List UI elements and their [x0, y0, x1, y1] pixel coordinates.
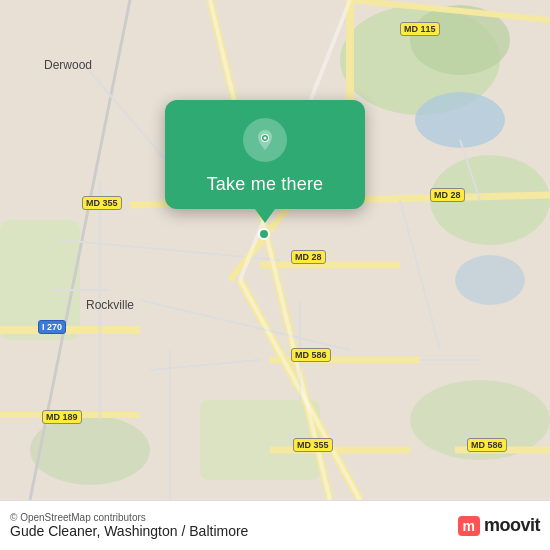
label-rockville: Rockville: [86, 298, 134, 312]
road-badge-i270: I 270: [38, 320, 66, 334]
location-label: Gude Cleaner, Washington / Baltimore: [10, 523, 248, 539]
road-badge-md355-bottom: MD 355: [293, 438, 333, 452]
road-badge-md115: MD 115: [400, 22, 440, 36]
map-container: Derwood Rockville MD 115 MD 355 MD 28 MD…: [0, 0, 550, 500]
map-svg: [0, 0, 550, 500]
take-me-there-button[interactable]: Take me there: [207, 174, 324, 195]
moovit-m-icon: m: [458, 516, 480, 536]
road-badge-md355-left: MD 355: [82, 196, 122, 210]
svg-point-8: [415, 92, 505, 148]
svg-point-9: [455, 255, 525, 305]
location-pin-icon: [243, 118, 287, 162]
road-badge-md28-right: MD 28: [430, 188, 465, 202]
moovit-wordmark: moovit: [484, 515, 540, 536]
label-derwood: Derwood: [44, 58, 92, 72]
bottom-bar: © OpenStreetMap contributors Gude Cleane…: [0, 500, 550, 550]
svg-point-7: [30, 415, 150, 485]
map-pin-anchor: [258, 228, 270, 240]
osm-credit: © OpenStreetMap contributors: [10, 512, 248, 523]
road-badge-md28-center: MD 28: [291, 250, 326, 264]
bottom-info: © OpenStreetMap contributors Gude Cleane…: [10, 512, 248, 539]
popup-card: Take me there: [165, 100, 365, 209]
moovit-logo: m moovit: [458, 515, 540, 536]
road-badge-md586: MD 586: [291, 348, 331, 362]
road-badge-md189: MD 189: [42, 410, 82, 424]
road-badge-md586-right: MD 586: [467, 438, 507, 452]
svg-point-39: [264, 137, 267, 140]
